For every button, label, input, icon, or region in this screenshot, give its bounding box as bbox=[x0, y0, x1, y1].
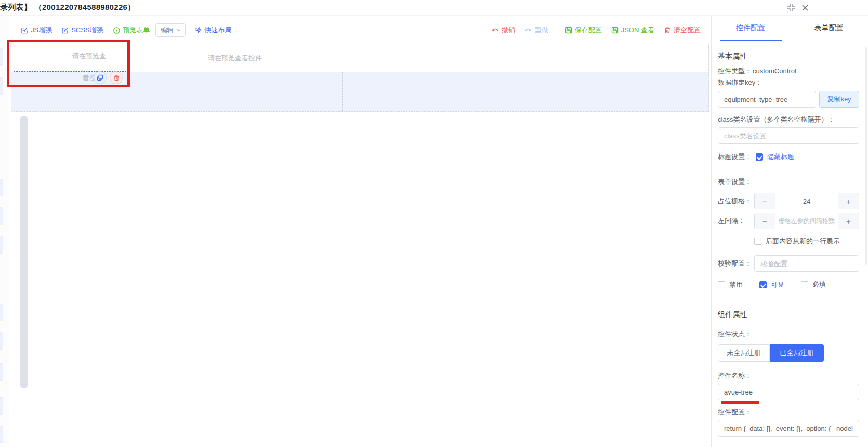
dialog-titlebar: 录列表】 （2001220784588980226） bbox=[0, 0, 868, 16]
tab-control-config[interactable]: 控件配置 bbox=[712, 16, 790, 41]
visible-label: 可见 bbox=[771, 280, 784, 290]
redo-button[interactable]: 重做 bbox=[524, 25, 548, 35]
designer-toolbar: JS增强 SCSS增强 预览表单 编辑 bbox=[9, 22, 711, 38]
undo-button[interactable]: 撤销 bbox=[491, 25, 515, 35]
title-setting-label: 标题设置： bbox=[718, 152, 752, 162]
flags-row: 禁用 可见 必填 bbox=[718, 280, 859, 290]
cell-divider bbox=[128, 72, 128, 111]
left-gap-placeholder[interactable]: 栅格左侧的间隔格数 bbox=[775, 213, 838, 229]
edit-square-icon bbox=[21, 27, 28, 34]
save-icon bbox=[565, 27, 572, 34]
palette-item-stub[interactable] bbox=[0, 332, 3, 350]
class-name-label: class类名设置（多个类名空格隔开）： bbox=[718, 116, 859, 123]
trash-icon bbox=[113, 75, 120, 81]
copy-icon bbox=[97, 74, 103, 81]
palette-item-stub[interactable] bbox=[0, 236, 3, 254]
trash-icon bbox=[664, 27, 671, 34]
grid-span-row: 占位栅格： − 24 + bbox=[718, 193, 859, 209]
data-key-label: 数据绑定key： bbox=[718, 79, 859, 86]
widget2-custom-control[interactable]: 请在预览查看控件 bbox=[128, 44, 342, 72]
delete-widget-button[interactable] bbox=[110, 71, 123, 84]
palette-item-stub[interactable] bbox=[0, 77, 3, 95]
chevron-down-icon bbox=[176, 28, 181, 33]
control-name-input[interactable] bbox=[718, 384, 859, 400]
quick-layout-button[interactable]: 快速布局 bbox=[195, 25, 232, 35]
required-checkbox[interactable] bbox=[801, 281, 808, 288]
minus-icon[interactable]: − bbox=[755, 193, 775, 209]
title-setting-row: 标题设置： 隐藏标题 bbox=[718, 152, 859, 162]
newline-label[interactable]: 后面内容从新的一行展示 bbox=[766, 236, 840, 246]
palette-item-stub[interactable] bbox=[0, 179, 3, 196]
red-underline-annotation bbox=[721, 401, 759, 404]
visible-checkbox[interactable] bbox=[759, 281, 767, 288]
widget-palette-edge bbox=[0, 16, 9, 447]
palette-item-stub[interactable] bbox=[0, 48, 3, 66]
panel-tabs: 控件配置 表单配置 bbox=[712, 16, 868, 41]
canvas-scrollbar-thumb[interactable] bbox=[20, 116, 28, 388]
tab-form-config[interactable]: 表单配置 bbox=[790, 16, 868, 41]
copy-widget-button[interactable] bbox=[94, 71, 107, 84]
newline-row: 后面内容从新的一行展示 bbox=[754, 236, 859, 246]
grid-span-value[interactable]: 24 bbox=[775, 193, 838, 209]
clear-config-button[interactable]: 清空配置 bbox=[664, 25, 701, 35]
undo-icon bbox=[491, 27, 499, 34]
left-gap-stepper: − 栅格左侧的间隔格数 + bbox=[754, 213, 859, 229]
data-key-input[interactable] bbox=[718, 91, 816, 108]
save-config-button[interactable]: 保存配置 bbox=[565, 25, 602, 35]
class-name-input[interactable] bbox=[718, 127, 859, 144]
quick-layout-icon bbox=[195, 27, 202, 34]
hide-title-label[interactable]: 隐藏标题 bbox=[767, 152, 794, 162]
validate-input[interactable] bbox=[754, 255, 859, 272]
redo-icon bbox=[524, 27, 532, 34]
edit-mode-dropdown[interactable]: 编辑 bbox=[155, 23, 186, 37]
visible-checkbox-item[interactable]: 可见 bbox=[759, 280, 784, 290]
palette-item-stub[interactable] bbox=[0, 207, 3, 225]
required-label: 必填 bbox=[812, 280, 826, 290]
control-type-row: 控件类型： customControl bbox=[718, 68, 859, 75]
state-unregistered-button[interactable]: 未全局注册 bbox=[718, 344, 770, 362]
plus-icon[interactable]: + bbox=[838, 213, 859, 229]
exit-fullscreen-icon[interactable] bbox=[786, 3, 796, 12]
palette-item-stub[interactable] bbox=[0, 426, 3, 443]
grid-span-stepper: − 24 + bbox=[754, 193, 859, 209]
section-divider bbox=[712, 300, 868, 300]
preview-form-button[interactable]: 预览表单 bbox=[113, 25, 150, 35]
palette-item-stub[interactable] bbox=[0, 304, 3, 321]
save-icon bbox=[611, 27, 619, 34]
data-key-row: 复制key bbox=[718, 91, 859, 108]
disabled-checkbox[interactable] bbox=[718, 281, 725, 288]
panel-content: 基本属性 控件类型： customControl 数据绑定key： 复制key … bbox=[712, 41, 868, 437]
section-basic-props: 基本属性 bbox=[718, 52, 859, 60]
panel-scrollbar-thumb[interactable] bbox=[865, 47, 867, 265]
control-type-value: customControl bbox=[753, 68, 796, 75]
plus-icon[interactable]: + bbox=[838, 193, 859, 209]
scss-enhance-button[interactable]: SCSS增强 bbox=[61, 25, 103, 35]
required-checkbox-item[interactable]: 必填 bbox=[801, 280, 826, 290]
active-tab-underline bbox=[720, 40, 782, 41]
state-registered-button[interactable]: 已全局注册 bbox=[770, 344, 824, 362]
minus-icon[interactable]: − bbox=[755, 213, 775, 229]
control-name-label: 控件名称： bbox=[718, 372, 859, 379]
validate-label: 校验配置： bbox=[718, 259, 754, 268]
hide-title-checkbox[interactable] bbox=[756, 153, 763, 161]
widget1-placeholder-line1: 请在预览查 bbox=[72, 51, 106, 61]
eye-icon bbox=[113, 27, 121, 34]
palette-item-stub[interactable] bbox=[0, 363, 3, 381]
control-state-label: 控件状态： bbox=[718, 331, 859, 338]
palette-item-stub[interactable] bbox=[0, 397, 3, 415]
control-name-wrap bbox=[718, 384, 859, 400]
section-component-props: 组件属性 bbox=[718, 311, 859, 318]
js-enhance-button[interactable]: JS增强 bbox=[21, 25, 52, 35]
newline-checkbox[interactable] bbox=[754, 238, 761, 245]
control-type-label: 控件类型： bbox=[718, 68, 752, 75]
control-config-input[interactable] bbox=[718, 420, 859, 437]
close-icon[interactable] bbox=[800, 3, 810, 12]
copy-key-button[interactable]: 复制key bbox=[819, 91, 859, 108]
selected-widget-avue-tree[interactable] bbox=[14, 46, 126, 72]
disabled-checkbox-item[interactable]: 禁用 bbox=[718, 280, 743, 290]
json-view-button[interactable]: JSON 查看 bbox=[611, 25, 654, 35]
validate-row: 校验配置： bbox=[718, 255, 859, 272]
left-gap-label: 左间隔： bbox=[718, 216, 754, 226]
left-gap-row: 左间隔： − 栅格左侧的间隔格数 + bbox=[718, 213, 859, 229]
widget2-placeholder: 请在预览查看控件 bbox=[208, 54, 262, 63]
